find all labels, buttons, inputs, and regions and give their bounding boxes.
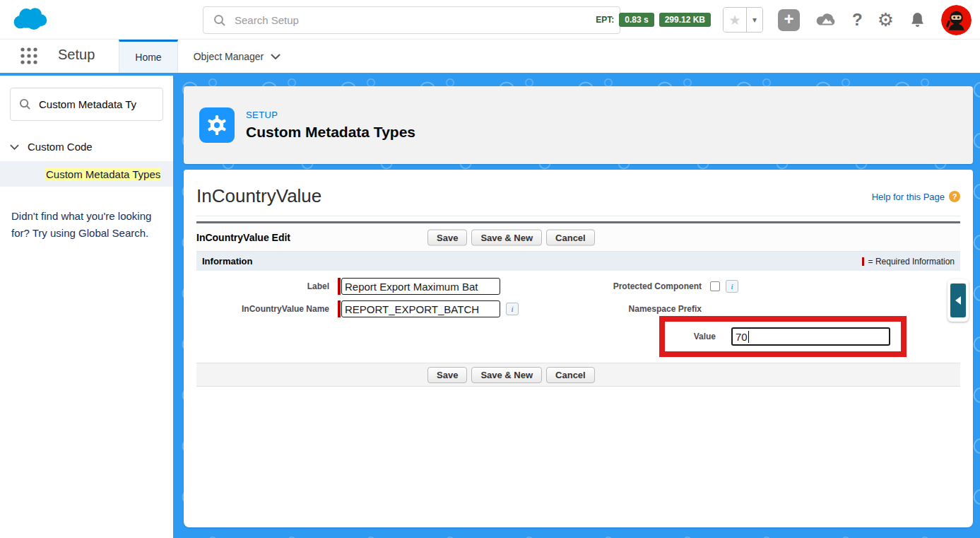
text-caret [748, 331, 749, 343]
sidebar-section-label: Custom Code [28, 141, 93, 153]
save-and-new-button[interactable]: Save & New [471, 229, 542, 245]
api-name-input[interactable] [341, 300, 500, 317]
help-question-icon: ? [949, 191, 960, 202]
sidebar-search-input[interactable] [39, 98, 152, 110]
save-button[interactable]: Save [427, 367, 467, 383]
sidebar-help-text: Didn't find what you're looking for? Try… [11, 208, 162, 242]
main-canvas: SETUP Custom Metadata Types InCountryVal… [173, 76, 980, 538]
salesforce-logo-icon [13, 6, 48, 33]
ept-monitor: EPT: 0.83 s 299.12 KB [596, 13, 711, 27]
label-input[interactable] [341, 278, 500, 295]
setup-nav-bar: Setup Home Object Manager [0, 40, 980, 73]
cancel-button[interactable]: Cancel [546, 367, 595, 383]
annotation-rectangle: Value 70 [659, 316, 907, 357]
edit-header-row: InCountryValue Edit Save Save & New Canc… [196, 223, 960, 252]
favorites-control: ★ ▾ [723, 7, 763, 33]
tab-home-label: Home [135, 52, 161, 63]
tab-home[interactable]: Home [119, 40, 177, 73]
global-search-box[interactable] [203, 6, 620, 34]
chevron-left-icon [955, 296, 961, 305]
edit-title: InCountryValue Edit [196, 232, 290, 243]
info-icon[interactable]: i [726, 280, 738, 293]
sidebar-search-box[interactable] [10, 88, 163, 121]
label-field-label: Label [196, 275, 338, 298]
page-header-card: SETUP Custom Metadata Types [184, 86, 973, 164]
quick-create-button[interactable]: + [778, 9, 800, 31]
page-eyebrow: SETUP [246, 110, 415, 120]
value-input[interactable]: 70 [731, 327, 890, 346]
page-title: Custom Metadata Types [246, 124, 415, 141]
setup-sidebar: Custom Code Custom Metadata Types Didn't… [0, 76, 173, 538]
protected-component-checkbox[interactable] [710, 281, 720, 291]
edit-page-block: InCountryValue Edit Save Save & New Canc… [196, 221, 960, 387]
cancel-button[interactable]: Cancel [546, 229, 595, 245]
sidebar-item-custom-metadata-types[interactable]: Custom Metadata Types [0, 161, 173, 187]
value-field-label: Value [665, 332, 716, 341]
protected-component-control: i [710, 275, 960, 298]
user-avatar[interactable] [941, 5, 972, 35]
record-title: InCountryValue [196, 185, 321, 207]
chevron-down-icon [271, 54, 281, 59]
information-section-header: Information = Required Information [196, 252, 960, 271]
app-name-label: Setup [58, 47, 95, 73]
top-button-group: Save Save & New Cancel [427, 229, 595, 245]
info-icon[interactable]: i [506, 303, 519, 315]
header-actions: EPT: 0.83 s 299.12 KB ★ ▾ + ? ⚙ [596, 0, 972, 40]
edit-form: Label Protected Component i InCountryVal… [196, 271, 960, 357]
trailhead-help-icon[interactable] [815, 11, 837, 29]
tab-object-manager-label: Object Manager [194, 51, 264, 62]
favorite-star-button[interactable]: ★ [724, 8, 746, 32]
sidebar-section-custom-code[interactable]: Custom Code [0, 141, 173, 153]
custom-metadata-gear-icon [199, 107, 235, 143]
help-menu-button[interactable]: ? [852, 10, 863, 30]
save-and-new-button[interactable]: Save & New [471, 367, 542, 383]
nav-tabs: Home Object Manager [119, 40, 296, 73]
favorites-dropdown-button[interactable]: ▾ [746, 8, 762, 32]
api-name-field-control: i [338, 298, 601, 320]
record-edit-card: InCountryValue Help for this Page ? InCo… [184, 170, 973, 527]
label-field-control [338, 275, 601, 298]
ept-time-badge: 0.83 s [619, 13, 654, 27]
required-marker-icon [338, 278, 341, 295]
required-marker-icon [338, 300, 341, 317]
chevron-down-icon [10, 144, 19, 150]
global-search-input[interactable] [235, 14, 610, 26]
ept-size-badge: 299.12 KB [659, 13, 711, 27]
required-legend: = Required Information [862, 257, 955, 267]
required-legend-text: = Required Information [868, 257, 955, 267]
record-header: InCountryValue Help for this Page ? [196, 170, 960, 216]
help-for-page[interactable]: Help for this Page ? [872, 191, 960, 202]
ept-label: EPT: [596, 15, 614, 25]
bottom-button-bar: Save Save & New Cancel [196, 363, 960, 387]
search-icon [19, 98, 31, 110]
value-input-text: 70 [736, 331, 748, 343]
collapse-panel-inner [950, 283, 966, 317]
global-header: EPT: 0.83 s 299.12 KB ★ ▾ + ? ⚙ [0, 0, 980, 40]
tab-object-manager[interactable]: Object Manager [178, 40, 297, 73]
sidebar-item-label-highlighted: Custom Metadata Types [45, 168, 161, 181]
section-title: Information [202, 256, 253, 267]
notifications-bell-button[interactable] [909, 11, 926, 29]
app-launcher-icon[interactable] [20, 47, 38, 65]
collapse-panel-button[interactable] [947, 279, 969, 322]
search-icon [213, 14, 226, 27]
required-marker-icon [862, 257, 864, 266]
annotation-region: Value 70 [601, 320, 960, 357]
protected-component-label: Protected Component [601, 275, 710, 298]
save-button[interactable]: Save [427, 229, 467, 245]
help-for-page-link[interactable]: Help for this Page [872, 192, 945, 202]
api-name-field-label: InCountryValue Name [196, 298, 338, 320]
setup-gear-button[interactable]: ⚙ [878, 11, 894, 29]
